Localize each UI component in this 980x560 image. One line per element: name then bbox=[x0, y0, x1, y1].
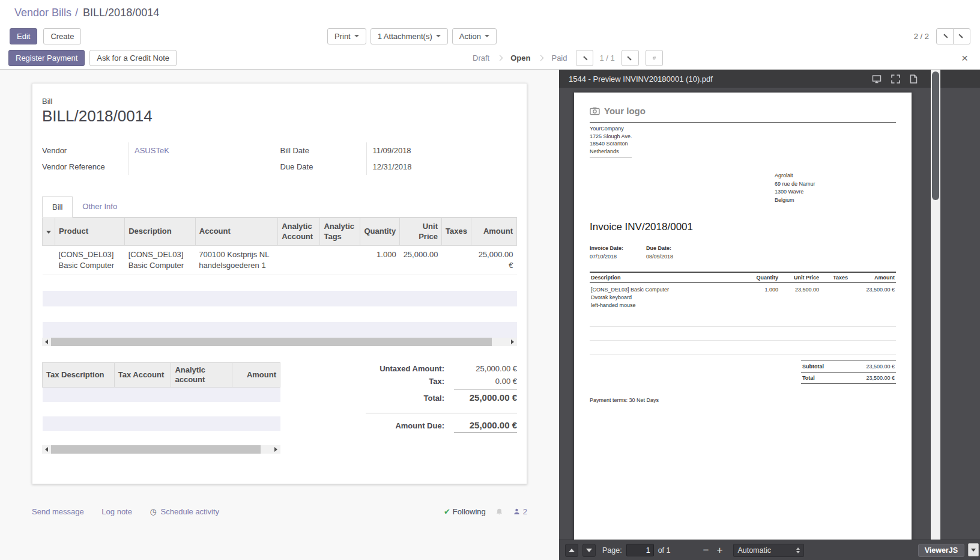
column-header-tax-description[interactable]: Tax Description bbox=[43, 362, 115, 388]
status-state-open[interactable]: Open bbox=[509, 53, 531, 62]
action-dropdown-button[interactable]: Action bbox=[452, 28, 497, 44]
row-handle bbox=[43, 246, 55, 275]
arrow-down-icon bbox=[971, 549, 976, 552]
attachments-label: 1 Attachment(s) bbox=[378, 32, 432, 41]
ask-credit-note-button[interactable]: Ask for a Credit Note bbox=[89, 50, 177, 66]
document-type-label: Bill bbox=[42, 97, 517, 106]
attachment-preview-panel: 1544 - Preview INVINV20180001 (10).pdf Y… bbox=[559, 70, 980, 560]
select-arrows-icon bbox=[796, 547, 800, 553]
action-label: Action bbox=[459, 32, 481, 41]
fullscreen-icon[interactable] bbox=[891, 75, 900, 84]
column-header-amount[interactable]: Amount bbox=[232, 362, 280, 388]
scroll-right-button[interactable] bbox=[508, 338, 517, 346]
attachment-next-button[interactable] bbox=[622, 50, 639, 66]
empty-line-row bbox=[43, 306, 517, 322]
column-header-unit-price[interactable]: Unit Price bbox=[400, 218, 442, 246]
column-header-product[interactable]: Product bbox=[55, 218, 125, 246]
next-page-button[interactable] bbox=[582, 544, 596, 557]
empty-line-row bbox=[43, 291, 517, 306]
column-header-tax-account[interactable]: Tax Account bbox=[114, 362, 171, 388]
customer-address: Agrolait 69 rue de Namur 1300 Wavre Belg… bbox=[775, 172, 896, 204]
cell-product: [CONS_DEL03] Basic Computer bbox=[55, 246, 125, 275]
attachment-previous-button[interactable] bbox=[576, 50, 593, 66]
status-state-paid[interactable]: Paid bbox=[550, 53, 568, 62]
tax-lines-table: Tax Description Tax Account Analytic acc… bbox=[42, 362, 280, 445]
invoice-date-block: Invoice Date: 07/10/2018 bbox=[590, 245, 623, 260]
chevron-right-icon bbox=[958, 34, 963, 38]
zoom-in-button[interactable]: + bbox=[715, 545, 724, 555]
chevron-down-icon bbox=[436, 35, 441, 37]
followers-count-button[interactable]: 2 bbox=[513, 507, 527, 516]
tab-other-info[interactable]: Other Info bbox=[73, 196, 127, 218]
scroll-right-button[interactable] bbox=[271, 445, 280, 454]
zoom-out-button[interactable]: − bbox=[701, 545, 711, 555]
schedule-activity-link[interactable]: ◷ Schedule activity bbox=[150, 507, 220, 516]
column-header-analytic-account[interactable]: Analytic Account bbox=[278, 218, 320, 246]
bill-date-label: Bill Date bbox=[280, 146, 366, 155]
previous-page-button[interactable] bbox=[565, 544, 578, 557]
print-dropdown-button[interactable]: Print bbox=[327, 28, 366, 44]
following-label: Following bbox=[453, 507, 486, 516]
pdf-viewer-toolbar: Page: of 1 − + Automatic ViewerJS bbox=[559, 540, 980, 560]
field-group: Vendor ASUSTeK Vendor Reference Bill Dat… bbox=[42, 142, 517, 175]
close-preview-button[interactable]: × bbox=[958, 52, 972, 64]
log-note-link[interactable]: Log note bbox=[101, 507, 132, 516]
following-button[interactable]: ✔Following bbox=[444, 507, 486, 516]
scroll-left-button[interactable] bbox=[42, 338, 51, 346]
scroll-down-button[interactable] bbox=[968, 543, 979, 556]
sort-descending-icon bbox=[46, 231, 51, 234]
page-number-input[interactable] bbox=[626, 544, 654, 556]
column-header-amount[interactable]: Amount bbox=[471, 218, 516, 246]
empty-line-row bbox=[43, 322, 517, 338]
column-header-quantity[interactable]: Quantity bbox=[360, 218, 400, 246]
pager-next-button[interactable] bbox=[953, 28, 970, 44]
zoom-level-select[interactable]: Automatic bbox=[733, 544, 804, 557]
pager-previous-button[interactable] bbox=[936, 28, 954, 44]
empty-tax-row bbox=[43, 402, 280, 416]
arrow-down-icon bbox=[586, 549, 592, 552]
status-row: Register Payment Ask for a Credit Note D… bbox=[0, 47, 980, 70]
open-attachment-button[interactable] bbox=[646, 50, 663, 66]
due-date-label: Due Date bbox=[280, 162, 366, 171]
scrollbar-thumb[interactable] bbox=[51, 338, 492, 346]
column-header-account[interactable]: Account bbox=[195, 218, 277, 246]
scroll-left-button[interactable] bbox=[42, 445, 51, 454]
column-header-taxes[interactable]: Taxes bbox=[441, 218, 471, 246]
total-label: Total: bbox=[424, 394, 444, 403]
register-payment-button[interactable]: Register Payment bbox=[8, 50, 85, 66]
company-logo-text: Your logo bbox=[604, 106, 646, 116]
tab-bill[interactable]: Bill bbox=[42, 196, 73, 218]
chevron-down-icon bbox=[354, 35, 359, 37]
create-button[interactable]: Create bbox=[43, 28, 81, 44]
tax-value: 0.00 € bbox=[454, 377, 517, 386]
column-header-description[interactable]: Description bbox=[125, 218, 196, 246]
breadcrumb: Vendor Bills / BILL/2018/0014 bbox=[0, 0, 980, 25]
vendor-value-link[interactable]: ASUSTeK bbox=[135, 146, 169, 155]
record-pager-count: 2 / 2 bbox=[914, 32, 929, 41]
scrollbar-track bbox=[51, 338, 508, 346]
user-icon bbox=[513, 508, 521, 516]
due-date-value: 12/31/2018 bbox=[373, 162, 412, 171]
payment-terms: Payment terms: 30 Net Days bbox=[590, 397, 896, 403]
sort-column-header[interactable] bbox=[43, 218, 55, 246]
scrollbar-thumb[interactable] bbox=[51, 445, 261, 454]
viewerjs-brand-button[interactable]: ViewerJS bbox=[918, 544, 964, 557]
download-icon[interactable] bbox=[910, 75, 918, 84]
edit-button[interactable]: Edit bbox=[10, 28, 37, 44]
pdf-invoice-line: [CONS_DEL03] Basic Computer Dvorak keybo… bbox=[590, 283, 896, 313]
scrollbar-thumb[interactable] bbox=[932, 72, 939, 200]
cell-amount: 25,000.00 € bbox=[471, 246, 516, 275]
column-header-analytic-tags[interactable]: Analytic Tags bbox=[320, 218, 360, 246]
breadcrumb-parent-link[interactable]: Vendor Bills bbox=[14, 7, 71, 19]
bill-number-title: BILL/2018/0014 bbox=[42, 107, 517, 126]
status-state-draft[interactable]: Draft bbox=[471, 53, 491, 62]
invoice-line-row[interactable]: [CONS_DEL03] Basic Computer [CONS_DEL03]… bbox=[43, 246, 517, 275]
send-message-link[interactable]: Send message bbox=[32, 507, 84, 516]
cell-quantity: 1.000 bbox=[360, 246, 400, 275]
untaxed-amount-label: Untaxed Amount: bbox=[380, 364, 444, 373]
column-header-analytic-account[interactable]: Analytic account bbox=[171, 362, 232, 388]
pdf-title: 1544 - Preview INVINV20180001 (10).pdf bbox=[569, 75, 713, 84]
bell-icon[interactable] bbox=[495, 508, 503, 516]
attachments-dropdown-button[interactable]: 1 Attachment(s) bbox=[371, 28, 448, 44]
presentation-mode-icon[interactable] bbox=[872, 75, 882, 84]
